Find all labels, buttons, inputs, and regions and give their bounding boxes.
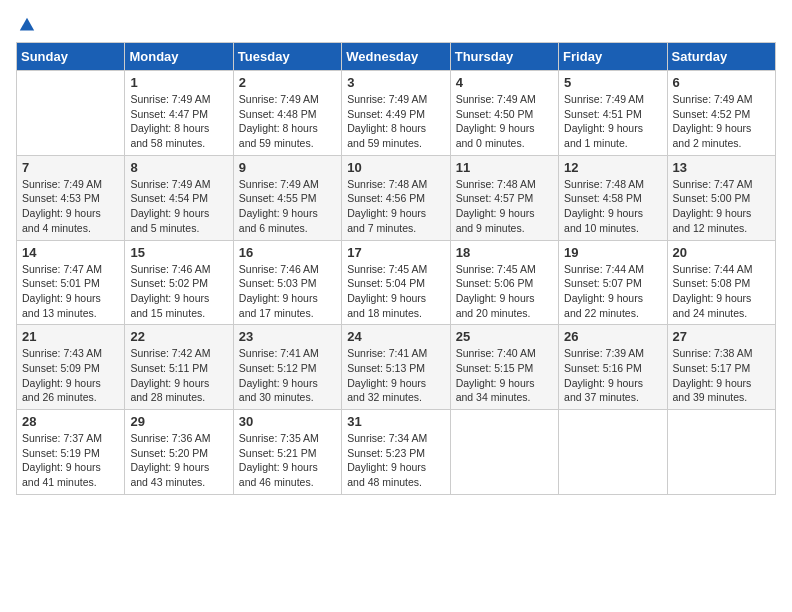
- day-cell: [559, 410, 667, 495]
- week-row-1: 1Sunrise: 7:49 AMSunset: 4:47 PMDaylight…: [17, 71, 776, 156]
- weekday-header-saturday: Saturday: [667, 43, 775, 71]
- day-cell: 9Sunrise: 7:49 AMSunset: 4:55 PMDaylight…: [233, 155, 341, 240]
- day-number: 14: [22, 245, 119, 260]
- week-row-2: 7Sunrise: 7:49 AMSunset: 4:53 PMDaylight…: [17, 155, 776, 240]
- day-info: Sunrise: 7:45 AMSunset: 5:06 PMDaylight:…: [456, 262, 553, 321]
- day-info: Sunrise: 7:49 AMSunset: 4:50 PMDaylight:…: [456, 92, 553, 151]
- week-row-3: 14Sunrise: 7:47 AMSunset: 5:01 PMDayligh…: [17, 240, 776, 325]
- day-cell: 18Sunrise: 7:45 AMSunset: 5:06 PMDayligh…: [450, 240, 558, 325]
- day-cell: 30Sunrise: 7:35 AMSunset: 5:21 PMDayligh…: [233, 410, 341, 495]
- day-cell: 1Sunrise: 7:49 AMSunset: 4:47 PMDaylight…: [125, 71, 233, 156]
- logo-icon: [18, 16, 36, 34]
- day-info: Sunrise: 7:43 AMSunset: 5:09 PMDaylight:…: [22, 346, 119, 405]
- day-cell: 25Sunrise: 7:40 AMSunset: 5:15 PMDayligh…: [450, 325, 558, 410]
- day-info: Sunrise: 7:46 AMSunset: 5:03 PMDaylight:…: [239, 262, 336, 321]
- day-number: 11: [456, 160, 553, 175]
- day-info: Sunrise: 7:48 AMSunset: 4:57 PMDaylight:…: [456, 177, 553, 236]
- day-info: Sunrise: 7:35 AMSunset: 5:21 PMDaylight:…: [239, 431, 336, 490]
- day-number: 31: [347, 414, 444, 429]
- day-number: 19: [564, 245, 661, 260]
- day-number: 15: [130, 245, 227, 260]
- day-info: Sunrise: 7:39 AMSunset: 5:16 PMDaylight:…: [564, 346, 661, 405]
- day-cell: 29Sunrise: 7:36 AMSunset: 5:20 PMDayligh…: [125, 410, 233, 495]
- weekday-header-wednesday: Wednesday: [342, 43, 450, 71]
- week-row-4: 21Sunrise: 7:43 AMSunset: 5:09 PMDayligh…: [17, 325, 776, 410]
- day-info: Sunrise: 7:37 AMSunset: 5:19 PMDaylight:…: [22, 431, 119, 490]
- day-number: 24: [347, 329, 444, 344]
- day-info: Sunrise: 7:34 AMSunset: 5:23 PMDaylight:…: [347, 431, 444, 490]
- day-number: 13: [673, 160, 770, 175]
- day-cell: 24Sunrise: 7:41 AMSunset: 5:13 PMDayligh…: [342, 325, 450, 410]
- day-info: Sunrise: 7:49 AMSunset: 4:54 PMDaylight:…: [130, 177, 227, 236]
- day-number: 12: [564, 160, 661, 175]
- day-info: Sunrise: 7:49 AMSunset: 4:52 PMDaylight:…: [673, 92, 770, 151]
- day-info: Sunrise: 7:38 AMSunset: 5:17 PMDaylight:…: [673, 346, 770, 405]
- day-number: 8: [130, 160, 227, 175]
- day-number: 21: [22, 329, 119, 344]
- day-cell: 16Sunrise: 7:46 AMSunset: 5:03 PMDayligh…: [233, 240, 341, 325]
- day-number: 9: [239, 160, 336, 175]
- day-cell: [17, 71, 125, 156]
- day-cell: 26Sunrise: 7:39 AMSunset: 5:16 PMDayligh…: [559, 325, 667, 410]
- day-cell: 3Sunrise: 7:49 AMSunset: 4:49 PMDaylight…: [342, 71, 450, 156]
- weekday-header-sunday: Sunday: [17, 43, 125, 71]
- day-info: Sunrise: 7:49 AMSunset: 4:47 PMDaylight:…: [130, 92, 227, 151]
- week-row-5: 28Sunrise: 7:37 AMSunset: 5:19 PMDayligh…: [17, 410, 776, 495]
- day-number: 29: [130, 414, 227, 429]
- day-cell: 31Sunrise: 7:34 AMSunset: 5:23 PMDayligh…: [342, 410, 450, 495]
- day-number: 4: [456, 75, 553, 90]
- day-number: 30: [239, 414, 336, 429]
- day-info: Sunrise: 7:41 AMSunset: 5:12 PMDaylight:…: [239, 346, 336, 405]
- day-number: 25: [456, 329, 553, 344]
- day-info: Sunrise: 7:36 AMSunset: 5:20 PMDaylight:…: [130, 431, 227, 490]
- day-cell: 7Sunrise: 7:49 AMSunset: 4:53 PMDaylight…: [17, 155, 125, 240]
- weekday-header-monday: Monday: [125, 43, 233, 71]
- weekday-header-thursday: Thursday: [450, 43, 558, 71]
- day-number: 27: [673, 329, 770, 344]
- day-info: Sunrise: 7:48 AMSunset: 4:56 PMDaylight:…: [347, 177, 444, 236]
- day-cell: 2Sunrise: 7:49 AMSunset: 4:48 PMDaylight…: [233, 71, 341, 156]
- day-info: Sunrise: 7:44 AMSunset: 5:07 PMDaylight:…: [564, 262, 661, 321]
- day-info: Sunrise: 7:40 AMSunset: 5:15 PMDaylight:…: [456, 346, 553, 405]
- day-cell: 23Sunrise: 7:41 AMSunset: 5:12 PMDayligh…: [233, 325, 341, 410]
- day-info: Sunrise: 7:49 AMSunset: 4:51 PMDaylight:…: [564, 92, 661, 151]
- day-cell: 13Sunrise: 7:47 AMSunset: 5:00 PMDayligh…: [667, 155, 775, 240]
- day-cell: 22Sunrise: 7:42 AMSunset: 5:11 PMDayligh…: [125, 325, 233, 410]
- day-cell: 20Sunrise: 7:44 AMSunset: 5:08 PMDayligh…: [667, 240, 775, 325]
- day-cell: 21Sunrise: 7:43 AMSunset: 5:09 PMDayligh…: [17, 325, 125, 410]
- weekday-header-tuesday: Tuesday: [233, 43, 341, 71]
- page-header: [16, 16, 776, 30]
- day-cell: [667, 410, 775, 495]
- day-cell: 5Sunrise: 7:49 AMSunset: 4:51 PMDaylight…: [559, 71, 667, 156]
- calendar-table: SundayMondayTuesdayWednesdayThursdayFrid…: [16, 42, 776, 495]
- day-info: Sunrise: 7:49 AMSunset: 4:55 PMDaylight:…: [239, 177, 336, 236]
- day-cell: 10Sunrise: 7:48 AMSunset: 4:56 PMDayligh…: [342, 155, 450, 240]
- day-info: Sunrise: 7:42 AMSunset: 5:11 PMDaylight:…: [130, 346, 227, 405]
- day-info: Sunrise: 7:47 AMSunset: 5:01 PMDaylight:…: [22, 262, 119, 321]
- day-number: 17: [347, 245, 444, 260]
- day-number: 26: [564, 329, 661, 344]
- day-number: 5: [564, 75, 661, 90]
- day-info: Sunrise: 7:49 AMSunset: 4:48 PMDaylight:…: [239, 92, 336, 151]
- day-cell: 17Sunrise: 7:45 AMSunset: 5:04 PMDayligh…: [342, 240, 450, 325]
- day-cell: 28Sunrise: 7:37 AMSunset: 5:19 PMDayligh…: [17, 410, 125, 495]
- day-number: 6: [673, 75, 770, 90]
- day-cell: 19Sunrise: 7:44 AMSunset: 5:07 PMDayligh…: [559, 240, 667, 325]
- day-number: 22: [130, 329, 227, 344]
- day-number: 10: [347, 160, 444, 175]
- day-number: 1: [130, 75, 227, 90]
- day-number: 7: [22, 160, 119, 175]
- day-cell: 27Sunrise: 7:38 AMSunset: 5:17 PMDayligh…: [667, 325, 775, 410]
- day-info: Sunrise: 7:47 AMSunset: 5:00 PMDaylight:…: [673, 177, 770, 236]
- day-info: Sunrise: 7:44 AMSunset: 5:08 PMDaylight:…: [673, 262, 770, 321]
- day-number: 16: [239, 245, 336, 260]
- day-number: 2: [239, 75, 336, 90]
- day-cell: 6Sunrise: 7:49 AMSunset: 4:52 PMDaylight…: [667, 71, 775, 156]
- day-info: Sunrise: 7:46 AMSunset: 5:02 PMDaylight:…: [130, 262, 227, 321]
- weekday-header-friday: Friday: [559, 43, 667, 71]
- day-cell: 11Sunrise: 7:48 AMSunset: 4:57 PMDayligh…: [450, 155, 558, 240]
- weekday-header-row: SundayMondayTuesdayWednesdayThursdayFrid…: [17, 43, 776, 71]
- day-info: Sunrise: 7:41 AMSunset: 5:13 PMDaylight:…: [347, 346, 444, 405]
- day-info: Sunrise: 7:45 AMSunset: 5:04 PMDaylight:…: [347, 262, 444, 321]
- day-cell: 14Sunrise: 7:47 AMSunset: 5:01 PMDayligh…: [17, 240, 125, 325]
